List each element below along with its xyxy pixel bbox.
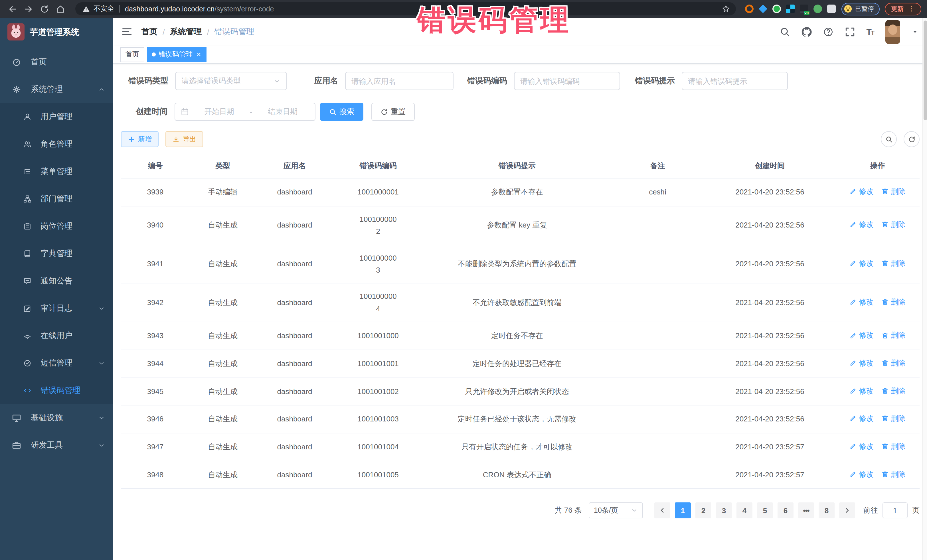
sidebar-item-字典管理[interactable]: 字典管理 [0, 240, 113, 267]
edit-link[interactable]: 修改 [850, 329, 874, 341]
delete-link[interactable]: 删除 [881, 357, 906, 369]
address-bar[interactable]: 不安全 dashboard.yudao.iocoder.cn/system/er… [75, 2, 736, 15]
edit-link[interactable]: 修改 [850, 219, 874, 231]
table-row: 3945自动生成dashboard1001001002只允许修改为开启或者关闭状… [121, 378, 919, 405]
sms-icon [23, 359, 31, 367]
delete-link[interactable]: 删除 [881, 385, 906, 397]
sidebar-item-部门管理[interactable]: 部门管理 [0, 185, 113, 213]
orange-ring-extension[interactable] [745, 5, 754, 13]
cell-id: 3940 [121, 206, 190, 244]
back-icon[interactable] [8, 4, 17, 14]
security-label[interactable]: 不安全 [94, 4, 114, 14]
more-pages-button[interactable]: ••• [798, 502, 814, 518]
fullscreen-icon[interactable] [845, 27, 855, 37]
edit-link[interactable]: 修改 [850, 296, 874, 308]
delete-link[interactable]: 删除 [881, 329, 906, 341]
delete-link[interactable]: 删除 [881, 296, 906, 308]
cell-type: 自动生成 [190, 284, 256, 322]
next-page-button[interactable] [839, 502, 855, 518]
sidebar-item-菜单管理[interactable]: 菜单管理 [0, 158, 113, 185]
refresh-table-button[interactable] [904, 131, 919, 147]
edit-link[interactable]: 修改 [850, 413, 874, 425]
error-type-select[interactable]: 请选择错误码类型 [175, 72, 287, 90]
sidebar-item-研发工具[interactable]: 研发工具 [0, 432, 113, 459]
help-icon[interactable] [823, 27, 833, 37]
sidebar-item-审计日志[interactable]: 审计日志 [0, 295, 113, 322]
prev-page-button[interactable] [654, 502, 670, 518]
reset-button[interactable]: 重置 [371, 103, 415, 121]
caret-down-icon[interactable] [912, 28, 918, 35]
edit-link[interactable]: 修改 [850, 357, 874, 369]
edit-icon [850, 443, 857, 450]
hamburger-icon[interactable] [122, 26, 132, 37]
edit-link[interactable]: 修改 [850, 257, 874, 269]
error-message-input[interactable] [688, 77, 781, 85]
delete-link[interactable]: 删除 [881, 219, 906, 231]
sidebar-item-首页[interactable]: 首页 [0, 49, 113, 76]
sidebar-item-角色管理[interactable]: 角色管理 [0, 131, 113, 158]
sidebar-item-短信管理[interactable]: 短信管理 [0, 349, 113, 377]
page-size-select[interactable]: 10条/页 [589, 502, 643, 518]
add-button[interactable]: 新增 [121, 131, 159, 147]
font-size-icon[interactable]: TT [866, 27, 874, 36]
close-icon[interactable] [196, 51, 202, 58]
sidebar-item-通知公告[interactable]: 通知公告 [0, 267, 113, 295]
edit-link[interactable]: 修改 [850, 468, 874, 480]
toggle-search-button[interactable] [881, 131, 897, 147]
forward-icon[interactable] [24, 4, 33, 14]
search-icon[interactable] [780, 27, 790, 37]
edit-link[interactable]: 修改 [850, 440, 874, 452]
date-range-picker[interactable]: 开始日期 - 结束日期 [175, 103, 316, 121]
breadcrumb-system[interactable]: 系统管理 [170, 27, 202, 37]
puzzle-extension[interactable] [827, 5, 836, 13]
edit-link[interactable]: 修改 [850, 185, 874, 197]
page-button-1[interactable]: 1 [675, 502, 691, 518]
page-button-5[interactable]: 5 [757, 502, 773, 518]
delete-link[interactable]: 删除 [881, 185, 906, 197]
blue-gem-extension[interactable] [759, 5, 767, 13]
reload-icon[interactable] [40, 4, 49, 14]
app-name-input[interactable] [351, 77, 447, 85]
page-button-6[interactable]: 6 [778, 502, 793, 518]
sidebar-item-岗位管理[interactable]: 岗位管理 [0, 213, 113, 240]
trash-icon [881, 188, 889, 195]
page-button-8[interactable]: 8 [819, 502, 834, 518]
home-icon[interactable] [56, 4, 65, 14]
search-button[interactable]: 搜索 [320, 103, 363, 121]
avatar[interactable] [885, 20, 900, 44]
browser-update-button[interactable]: 更新 [885, 3, 921, 15]
online-icon [23, 332, 31, 340]
page-scrollbar[interactable] [922, 18, 927, 560]
green-v-extension[interactable] [772, 5, 781, 13]
page-button-4[interactable]: 4 [737, 502, 752, 518]
breadcrumb-home[interactable]: 首页 [141, 27, 158, 37]
delete-link[interactable]: 删除 [881, 413, 906, 425]
edit-link[interactable]: 修改 [850, 385, 874, 397]
tab-error-code[interactable]: 错误码管理 [147, 47, 207, 62]
goto-page-input[interactable] [883, 502, 907, 518]
sidebar-item-在线用户[interactable]: 在线用户 [0, 322, 113, 349]
sidebar-item-错误码管理[interactable]: 错误码管理 [0, 377, 113, 404]
error-code-input[interactable] [520, 77, 614, 85]
grid-extension[interactable] [786, 5, 795, 13]
bookmark-star-icon[interactable] [722, 5, 730, 13]
cell-time: 2021-04-20 23:52:57 [704, 433, 836, 461]
sidebar-item-基础设施[interactable]: 基础设施 [0, 404, 113, 432]
sidebar-item-用户管理[interactable]: 用户管理 [0, 103, 113, 131]
export-button[interactable]: 导出 [166, 131, 203, 147]
tab-home[interactable]: 首页 [120, 47, 144, 62]
github-icon[interactable] [801, 27, 812, 37]
extension-paused-badge[interactable]: 已暂停 [842, 3, 880, 15]
kebab-menu-icon[interactable] [907, 5, 915, 12]
edit-icon [850, 260, 857, 267]
page-button-2[interactable]: 2 [695, 502, 711, 518]
sidebar-item-系统管理[interactable]: 系统管理 [0, 76, 113, 103]
delete-link[interactable]: 删除 [881, 440, 906, 452]
page-button-3[interactable]: 3 [716, 502, 732, 518]
delete-link[interactable]: 删除 [881, 257, 906, 269]
green-lock-extension[interactable] [813, 5, 822, 13]
delete-link[interactable]: 删除 [881, 468, 906, 480]
screenshot-root: 不安全 dashboard.yudao.iocoder.cn/system/er… [0, 0, 927, 560]
tampermonkey-on-extension[interactable] [800, 5, 808, 13]
scrollbar-thumb[interactable] [924, 21, 927, 120]
